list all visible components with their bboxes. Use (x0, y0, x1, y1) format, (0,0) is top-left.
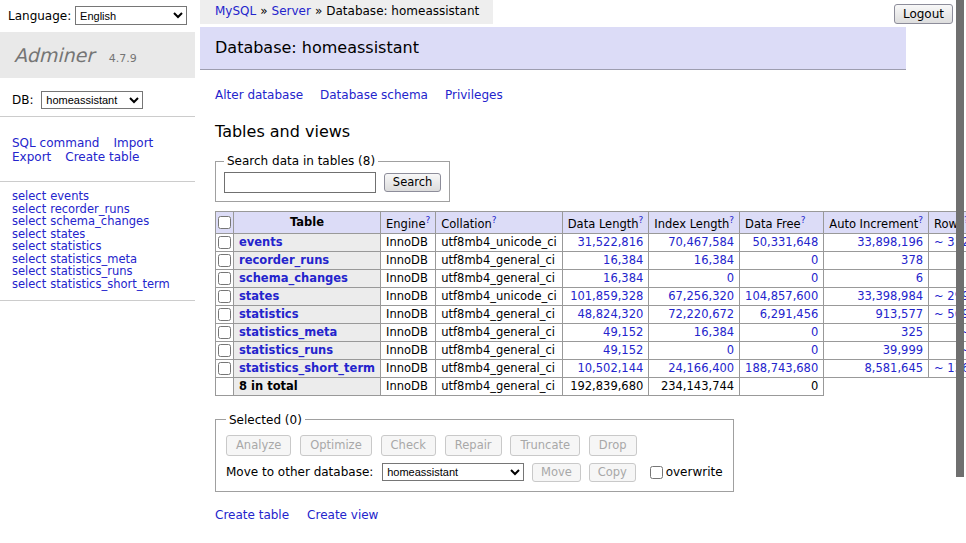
select-link[interactable]: select (12, 189, 46, 203)
index-length-link[interactable]: 72,220,672 (668, 307, 734, 321)
data-length-link[interactable]: 31,522,816 (577, 235, 643, 249)
help-icon[interactable]: ? (801, 215, 806, 225)
data-length-link[interactable]: 101,859,328 (570, 289, 643, 303)
data-free-link[interactable]: 0 (811, 271, 818, 285)
auto-increment-link[interactable]: 378 (901, 253, 923, 267)
data-free-link[interactable]: 188,743,680 (745, 361, 818, 375)
import-link[interactable]: Import (113, 136, 153, 150)
vertical-scrollbar[interactable] (956, 0, 964, 477)
data-free-cell: 0 (740, 341, 824, 359)
data-free-link[interactable]: 104,857,600 (745, 289, 818, 303)
repair-button[interactable]: Repair (445, 435, 502, 456)
analyze-button[interactable]: Analyze (226, 435, 291, 456)
table-name-link[interactable]: statistics (239, 307, 299, 321)
table-row: statistics InnoDB utf8mb4_general_ci 48,… (216, 305, 966, 323)
row-checkbox[interactable] (218, 290, 231, 303)
index-length-link[interactable]: 16,384 (694, 325, 734, 339)
row-checkbox[interactable] (218, 362, 231, 375)
optimize-button[interactable]: Optimize (300, 435, 372, 456)
help-icon[interactable]: ? (918, 215, 923, 225)
app-version: 4.7.9 (109, 52, 137, 65)
select-link[interactable]: select (12, 239, 46, 253)
auto-increment-link[interactable]: 913,577 (875, 307, 923, 321)
export-link[interactable]: Export (12, 150, 51, 164)
data-free-link[interactable]: 0 (811, 253, 818, 267)
index-length-link[interactable]: 16,384 (694, 253, 734, 267)
move-button[interactable]: Move (532, 463, 581, 482)
breadcrumb-mysql-link[interactable]: MySQL (215, 4, 256, 18)
create-links-row: Create tableCreate view (215, 508, 906, 522)
data-free-link[interactable]: 6,291,456 (760, 307, 819, 321)
language-select[interactable]: English (75, 6, 187, 25)
index-length-link[interactable]: 24,166,400 (668, 361, 734, 375)
data-length-link[interactable]: 49,152 (603, 325, 643, 339)
breadcrumb-server-link[interactable]: Server (272, 4, 311, 18)
help-icon[interactable]: ? (492, 215, 497, 225)
data-length-link[interactable]: 16,384 (603, 271, 643, 285)
move-label: Move to other database: (226, 465, 373, 479)
sql-command-link[interactable]: SQL command (12, 136, 99, 150)
row-checkbox[interactable] (218, 308, 231, 321)
help-icon[interactable]: ? (425, 215, 430, 225)
engine-cell: InnoDB (381, 287, 436, 305)
data-free-cell: 188,743,680 (740, 359, 824, 377)
alter-database-link[interactable]: Alter database (215, 88, 303, 102)
data-free-link[interactable]: 0 (811, 343, 818, 357)
table-name-link[interactable]: statistics_short_term (239, 361, 375, 375)
auto-increment-link[interactable]: 33,898,196 (857, 235, 923, 249)
table-name-link[interactable]: statistics_runs (239, 343, 333, 357)
table-name-link[interactable]: recorder_runs (239, 253, 329, 267)
table-name-link[interactable]: events (239, 235, 283, 249)
app-name[interactable]: Adminer (14, 44, 94, 66)
move-database-select[interactable]: homeassistant (382, 463, 524, 481)
copy-button[interactable]: Copy (589, 463, 636, 482)
auto-increment-link[interactable]: 325 (901, 325, 923, 339)
overwrite-checkbox[interactable] (650, 466, 663, 479)
auto-increment-link[interactable]: 33,398,984 (857, 289, 923, 303)
db-select[interactable]: homeassistant (41, 91, 143, 109)
search-button[interactable]: Search (384, 173, 442, 192)
select-all-checkbox[interactable] (218, 216, 231, 229)
data-length-link[interactable]: 16,384 (603, 253, 643, 267)
check-button[interactable]: Check (381, 435, 436, 456)
app-title: Adminer 4.7.9 (0, 32, 195, 78)
table-name-link[interactable]: schema_changes (239, 271, 348, 285)
privileges-link[interactable]: Privileges (445, 88, 503, 102)
select-link[interactable]: select (12, 277, 46, 291)
auto-increment-link[interactable]: 39,999 (883, 343, 923, 357)
row-checkbox[interactable] (218, 236, 231, 249)
select-link[interactable]: select (12, 214, 46, 228)
create-table-link[interactable]: Create table (65, 150, 139, 164)
index-length-link[interactable]: 70,467,584 (668, 235, 734, 249)
create-view-link[interactable]: Create view (307, 508, 378, 522)
data-free-link[interactable]: 50,331,648 (752, 235, 818, 249)
index-length-link[interactable]: 0 (727, 343, 734, 357)
tables-overview-table: Table Engine? Collation? Data Length? In… (215, 211, 966, 396)
data-free-link[interactable]: 0 (811, 325, 818, 339)
data-length-link[interactable]: 10,502,144 (577, 361, 643, 375)
row-checkbox[interactable] (218, 326, 231, 339)
table-name-link[interactable]: statistics_meta (239, 325, 337, 339)
truncate-button[interactable]: Truncate (510, 435, 580, 456)
data-length-link[interactable]: 49,152 (603, 343, 643, 357)
select-link[interactable]: select (12, 264, 46, 278)
help-icon[interactable]: ? (639, 215, 644, 225)
row-checkbox[interactable] (218, 254, 231, 267)
auto-increment-link[interactable]: 8,581,645 (865, 361, 924, 375)
table-name-cell: recorder_runs (234, 251, 381, 269)
logout-button[interactable]: Logout (894, 4, 953, 24)
index-length-link[interactable]: 67,256,320 (668, 289, 734, 303)
data-length-link[interactable]: 48,824,320 (577, 307, 643, 321)
row-checkbox[interactable] (218, 272, 231, 285)
drop-button[interactable]: Drop (589, 435, 637, 456)
row-checkbox[interactable] (218, 344, 231, 357)
create-table-link[interactable]: Create table (215, 508, 289, 522)
search-input[interactable] (224, 172, 376, 193)
table-name-link[interactable]: states (239, 289, 279, 303)
help-icon[interactable]: ? (729, 215, 734, 225)
database-schema-link[interactable]: Database schema (320, 88, 428, 102)
table-link[interactable]: statistics_short_term (50, 277, 170, 291)
column-header-label: Auto Increment (829, 217, 918, 231)
auto-increment-link[interactable]: 6 (916, 271, 923, 285)
index-length-link[interactable]: 0 (727, 271, 734, 285)
